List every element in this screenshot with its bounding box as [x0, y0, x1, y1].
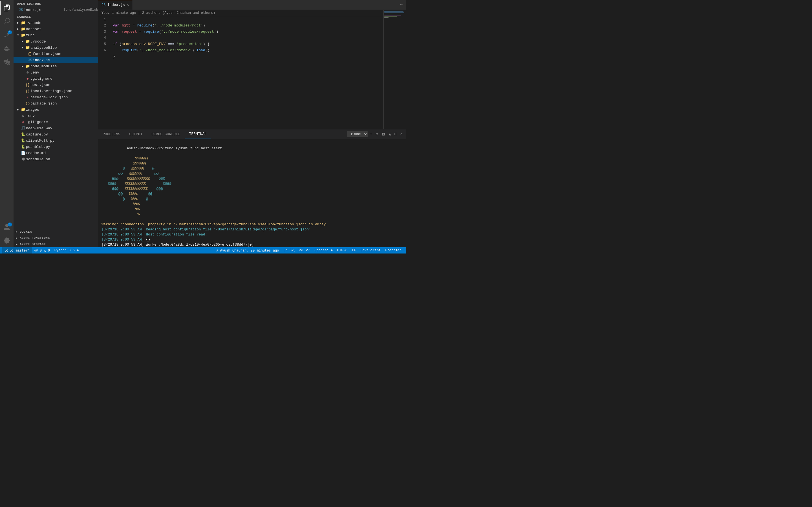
sidebar-env[interactable]: ⚙ .env: [13, 69, 98, 75]
cursor-position-item[interactable]: Ln 32, Col 27: [282, 247, 312, 253]
tab-output[interactable]: OUTPUT: [124, 129, 147, 139]
sidebar-dataset[interactable]: ▶ 📁 dataset: [13, 26, 98, 32]
sidebar-capture[interactable]: 🐍 capture.py: [13, 131, 98, 137]
line-ending-item[interactable]: LF: [350, 247, 358, 253]
extensions-activity-icon[interactable]: [0, 55, 13, 69]
sidebar-host-json[interactable]: {} host.json: [13, 82, 98, 88]
tab-close-button[interactable]: ×: [126, 3, 129, 7]
folder-label: analyseeBlob: [31, 46, 98, 50]
git-blame-item[interactable]: ⚡ Ayush Chauhan, 20 minutes ago: [214, 247, 281, 253]
sidebar-package-json[interactable]: {} package.json: [13, 100, 98, 107]
docker-label: DOCKER: [20, 230, 32, 233]
tab-label: index.js: [107, 3, 124, 7]
encoding-item[interactable]: UTF-8: [335, 247, 350, 253]
folder-icon: 📁: [20, 33, 26, 38]
folder-label: .vscode: [26, 21, 98, 25]
open-editor-path: func/analyseeBlob: [64, 8, 98, 12]
editor-breadcrumb: You, a minute ago | 2 authors (Ayush Cha…: [98, 10, 384, 16]
open-editors-title: OPEN EDITORS: [13, 0, 98, 7]
sidebar-readme[interactable]: 📄 readme.md: [13, 150, 98, 156]
search-activity-icon[interactable]: [0, 15, 13, 28]
sidebar-index-js[interactable]: JS index.js: [13, 57, 98, 63]
folder-icon: 📁: [25, 45, 31, 50]
terminal-selector[interactable]: 1: func: [347, 131, 368, 137]
file-label: beep-01a.wav: [26, 126, 98, 130]
sidebar-bottom-groups: ▶ DOCKER ▶ AZURE FUNCTIONS ▶ AZURE STORA…: [13, 229, 98, 247]
tab-index-js[interactable]: JS index.js ×: [98, 0, 133, 10]
terminal-ascii-12: %: [101, 212, 403, 217]
delete-terminal-button[interactable]: 🗑: [380, 131, 387, 137]
terminal-ascii-10: %%%: [101, 202, 403, 207]
split-terminal-button[interactable]: ⊟: [374, 131, 379, 137]
debug-activity-icon[interactable]: [0, 42, 13, 55]
json-icon: {}: [25, 101, 31, 106]
maximize-panel-button[interactable]: □: [393, 131, 398, 137]
open-editor-index-js[interactable]: JS index.js func/analyseeBlob: [13, 7, 98, 13]
sidebar-func-vscode[interactable]: ▶ 📁 .vscode: [13, 38, 98, 45]
tab-terminal[interactable]: TERMINAL: [185, 129, 211, 139]
language-mode-item[interactable]: JavaScript: [358, 247, 383, 253]
sidebar-root-gitignore[interactable]: ◈ .gitignore: [13, 119, 98, 125]
azure-functions-label: AZURE FUNCTIONS: [20, 236, 50, 240]
explorer-activity-icon[interactable]: [0, 1, 13, 15]
code-content[interactable]: var mqtt = require('../node_modules/mqtt…: [109, 16, 384, 129]
terminal-ascii-3: @ %%%%%% @: [101, 166, 403, 171]
sidebar-clientmqtt[interactable]: 🐍 clientMqtt.py: [13, 137, 98, 144]
tab-bar: JS index.js × ⋯: [98, 0, 406, 10]
sidebar-pushblob[interactable]: 🐍 pushblob.py: [13, 144, 98, 150]
shell-icon: ⬢: [20, 157, 26, 161]
file-label: schedule.sh: [26, 157, 98, 161]
azure-storage-label: AZURE STORAGE: [20, 242, 46, 246]
indentation-item[interactable]: Spaces: 4: [312, 247, 335, 253]
chevron-icon: ▶: [16, 242, 20, 246]
new-terminal-button[interactable]: +: [369, 131, 373, 137]
garbage-title: GARBAGE: [13, 13, 98, 20]
git-icon: ◈: [20, 120, 26, 124]
chevron-up-button[interactable]: ∧: [388, 131, 392, 137]
sidebar-function-json[interactable]: {} function.json: [13, 51, 98, 57]
split-editor-button[interactable]: ⋯: [399, 1, 404, 8]
sidebar-analyseeblob[interactable]: ▼ 📁 analyseeBlob: [13, 45, 98, 51]
source-control-activity-icon[interactable]: 1: [0, 28, 13, 42]
minimap: [384, 10, 406, 129]
sidebar-vscode-root[interactable]: ▶ 📁 .vscode: [13, 20, 98, 26]
chevron-icon: ▼: [20, 46, 25, 49]
tab-problems[interactable]: PROBLEMS: [98, 129, 124, 139]
python-version-item[interactable]: Python 3.6.4: [52, 247, 81, 253]
git-status-item[interactable]: ⓪ 0 △ 0: [32, 247, 52, 253]
sidebar-func[interactable]: ▼ 📁 func: [13, 32, 98, 38]
python-icon: 🐍: [20, 132, 26, 136]
azure-functions-group[interactable]: ▶ AZURE FUNCTIONS: [13, 235, 98, 241]
folder-label: node_modules: [31, 64, 98, 68]
close-panel-button[interactable]: ×: [399, 131, 404, 137]
terminal-prompt-line: Ayush-MacBook-Pro:func Ayush$ func host …: [101, 141, 403, 156]
folder-label: .vscode: [31, 40, 98, 44]
account-activity-icon[interactable]: 1: [0, 220, 13, 234]
sidebar-images[interactable]: ▶ 📁 images: [13, 107, 98, 113]
docker-group[interactable]: ▶ DOCKER: [13, 229, 98, 235]
sidebar-root-env[interactable]: ⚙ .env: [13, 113, 98, 119]
panel: PROBLEMS OUTPUT DEBUG CONSOLE TERMINAL 1…: [98, 129, 406, 247]
sidebar-package-lock[interactable]: ▪ package-lock.json: [13, 94, 98, 100]
md-icon: 📄: [20, 151, 26, 155]
sidebar-gitignore[interactable]: ◈ .gitignore: [13, 75, 98, 82]
terminal-ascii-6: @@@@ %%%%%%%%%% @@@@: [101, 181, 403, 186]
tab-debug-console[interactable]: DEBUG CONSOLE: [147, 129, 185, 139]
settings-activity-icon[interactable]: [0, 234, 13, 247]
activity-bar: 1 1: [0, 0, 13, 247]
file-label: package.json: [31, 101, 98, 106]
azure-storage-group[interactable]: ▶ AZURE STORAGE: [13, 241, 98, 247]
sidebar-local-settings[interactable]: {} local.settings.json: [13, 88, 98, 94]
sidebar-beep[interactable]: 🎵 beep-01a.wav: [13, 125, 98, 131]
env-icon: ⚙: [25, 70, 31, 75]
file-label: pushblob.py: [26, 145, 98, 149]
sidebar-node-modules[interactable]: ▶ 📁 node_modules: [13, 63, 98, 69]
formatter-item[interactable]: Prettier: [383, 247, 404, 253]
source-control-badge: 1: [8, 31, 12, 34]
git-branch-status[interactable]: ⎇ ⎇ master*: [2, 247, 32, 253]
terminal-content[interactable]: Ayush-MacBook-Pro:func Ayush$ func host …: [98, 139, 406, 247]
language-mode-label: JavaScript: [360, 248, 380, 252]
editor-code[interactable]: 1 2 3 4 5 6 var mqtt = require('../node_…: [98, 16, 384, 129]
terminal-ascii-5: @@@ %%%%%%%%%%% @@@: [101, 176, 403, 181]
sidebar-schedule[interactable]: ⬢ schedule.sh: [13, 156, 98, 162]
